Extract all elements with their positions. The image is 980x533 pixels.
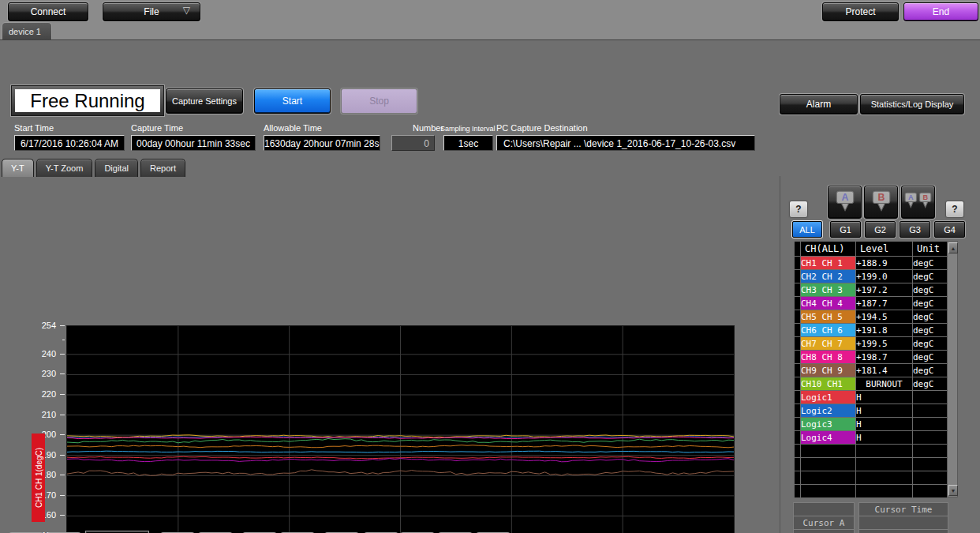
svg-text:B: B (878, 192, 885, 203)
cursor-b-marker-icon: B (865, 186, 897, 219)
group-tabs: ALLG1G2G3G4 (792, 221, 969, 238)
yt-chart: 2542402302202102001901801701601501401301… (3, 176, 778, 530)
empty-row[interactable] (795, 458, 948, 471)
channel-row[interactable]: CH1 CH 1+188.9degC (795, 257, 948, 270)
allowable-time-label: Allowable Time (264, 123, 322, 133)
channel-row[interactable]: Logic3H (795, 418, 948, 431)
channel-row[interactable]: Logic1H (795, 391, 948, 404)
svg-text:A: A (842, 192, 849, 203)
tab-digital[interactable]: Digital (95, 159, 138, 177)
tab-report[interactable]: Report (140, 159, 185, 177)
capture-time-value: 00day 00hour 11min 33sec (131, 135, 256, 151)
start-time-label: Start Time (14, 123, 54, 133)
empty-row[interactable] (795, 445, 948, 458)
y-tick (60, 475, 65, 475)
channel-row[interactable]: CH10 CH1BURNOUTdegC (795, 377, 948, 391)
channel-row[interactable]: Logic4H (795, 431, 948, 445)
y-tick (62, 340, 65, 340)
y-tick (60, 455, 65, 456)
stop-button[interactable]: Stop (341, 88, 417, 114)
y-tick-label: 230 (21, 369, 56, 378)
col-header-level: Level (856, 242, 913, 257)
channel-table-scrollbar[interactable]: ▲ ▼ (947, 241, 958, 497)
y-tick (60, 434, 65, 435)
y-tick (60, 373, 65, 374)
end-button[interactable]: End (903, 2, 978, 21)
y-tick (60, 495, 65, 496)
cursor-a-marker-icon: A (829, 186, 861, 219)
scroll-down-icon[interactable]: ▼ (948, 485, 958, 496)
channel-row[interactable]: CH9 CH 9+181.4degC (795, 364, 948, 377)
capture-status-frame: Free Running (11, 85, 164, 116)
cursor-row-value (858, 529, 948, 533)
y-tick (60, 515, 65, 516)
main-panel: Free Running Capture Settings Start Stop… (0, 39, 980, 533)
channel-row[interactable]: CH6 CH 6+191.8degC (795, 324, 948, 337)
channel-row[interactable]: CH2 CH 2+199.0degC (795, 270, 948, 283)
number-label: Number (413, 123, 443, 133)
sampling-interval-value: 1sec (443, 135, 493, 151)
file-menu-label: File (144, 6, 159, 17)
cursor-time-header: Cursor Time (858, 502, 948, 516)
empty-row[interactable] (795, 485, 948, 498)
cursor-ab-button[interactable]: A B (901, 186, 935, 219)
channel-row[interactable]: CH3 CH 3+197.2degC (795, 283, 948, 297)
tab-y-t-zoom[interactable]: Y-T Zoom (36, 159, 93, 177)
group-tab-g3[interactable]: G3 (900, 221, 930, 238)
help-button-right[interactable]: ? (945, 201, 964, 218)
dropdown-arrow-icon: ▽ (183, 5, 190, 16)
file-menu-button[interactable]: File ▽ (103, 2, 200, 21)
capture-status: Free Running (15, 89, 160, 112)
y-axis-channel-label: CH1 CH 1(degC) (34, 448, 43, 508)
channel-row[interactable]: Logic2H (795, 404, 948, 418)
data-logger-window: Connect File ▽ Protect End device 1 Free… (0, 0, 980, 533)
help-button-left[interactable]: ? (789, 201, 808, 218)
y-tick (60, 325, 65, 326)
cursor-b-button[interactable]: B (864, 186, 898, 219)
plot-area[interactable] (66, 325, 735, 533)
number-value: 0 (391, 135, 435, 151)
protect-button[interactable]: Protect (822, 2, 899, 21)
start-button[interactable]: Start (254, 88, 331, 114)
channel-row[interactable]: CH7 CH 7+199.5degC (795, 337, 948, 351)
capture-time-label: Capture Time (131, 123, 183, 133)
channel-table-header: CH(ALL) Level Unit (795, 242, 948, 257)
sampling-interval-label: Sampling Interval (440, 125, 496, 133)
svg-text:B: B (922, 193, 928, 201)
col-header-ch: CH(ALL) (801, 242, 856, 257)
channel-panel: ? A B A (780, 176, 979, 533)
scroll-up-icon[interactable]: ▲ (948, 242, 958, 253)
empty-row[interactable] (795, 471, 948, 485)
start-time-value: 6/17/2016 10:26:04 AM (14, 135, 125, 151)
statistics-log-display-button[interactable]: Statistics/Log Display (860, 94, 964, 114)
y-tick-label: 220 (21, 389, 56, 399)
y-axis-channel-badge[interactable]: CH1 CH 1(degC) (32, 434, 45, 522)
group-tab-g1[interactable]: G1 (830, 221, 861, 238)
cursor-row-label: Cursor B (793, 529, 855, 533)
capture-settings-button[interactable]: Capture Settings (166, 88, 243, 114)
cursor-ab-marker-icon: A B (902, 186, 934, 219)
channel-row[interactable]: CH8 CH 8+198.7degC (795, 351, 948, 364)
cursor-row-label: Cursor A (793, 516, 855, 530)
cursor-a-button[interactable]: A (828, 186, 862, 219)
group-tab-g4[interactable]: G4 (934, 221, 965, 238)
tab-y-t[interactable]: Y-T (2, 159, 34, 177)
allowable-time-value: 1630day 20hour 07min 28sec (264, 135, 380, 151)
gridlines (67, 326, 734, 533)
channel-table: CH(ALL) Level Unit CH1 CH 1+188.9degCCH2… (794, 241, 948, 498)
cursor-readout-table: Cursor TimeCursor ACursor BA-B (793, 503, 948, 533)
connect-button[interactable]: Connect (8, 2, 88, 21)
group-tab-all[interactable]: ALL (792, 221, 822, 238)
view-tabs: Y-TY-T ZoomDigitalReport (2, 159, 188, 176)
svg-text:A: A (908, 193, 914, 201)
channel-row[interactable]: CH4 CH 4+187.7degC (795, 297, 948, 310)
channel-row[interactable]: CH5 CH 5+194.5degC (795, 310, 948, 324)
pc-capture-destination-value: C:\Users\Repair ... \device 1_2016-06-17… (496, 135, 755, 151)
pc-capture-destination-label: PC Capture Destination (496, 123, 588, 133)
y-tick (60, 354, 65, 355)
col-header-unit: Unit (913, 242, 948, 257)
y-tick-label: 254 (21, 321, 56, 330)
alarm-button[interactable]: Alarm (780, 94, 858, 114)
device-tab[interactable]: device 1 (2, 22, 52, 39)
group-tab-g2[interactable]: G2 (865, 221, 896, 238)
